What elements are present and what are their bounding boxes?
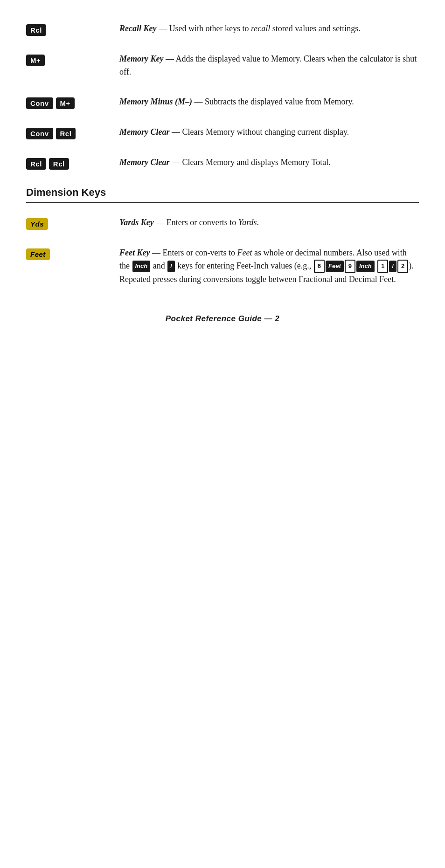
key-col-yards: Yds (26, 216, 119, 230)
mminus-separator: — (195, 97, 205, 106)
desc-yards: Yards Key — Enters or converts to Yards. (119, 216, 419, 229)
desc-mminus: Memory Minus (M–) — Subtracts the displa… (119, 96, 419, 109)
key-col-mminuts: Conv M+ (26, 96, 119, 109)
desc-memory: Memory Key — Adds the displayed value to… (119, 53, 419, 79)
footer-text: Pocket Reference Guide — 2 (166, 314, 279, 323)
recall-separator: — (159, 24, 169, 33)
memory-clear-rcl-row: Rcl Rcl Memory Clear — Clears Memory and… (26, 156, 419, 170)
feet-desc-4: keys for entering Feet-Inch values (e.g.… (175, 261, 313, 270)
yards-desc-part2: . (257, 218, 259, 227)
mplus-badge: M+ (26, 55, 45, 66)
recall-desc-part1: Used with other keys to (169, 24, 250, 33)
mminus-title: Memory Minus (M–) (119, 97, 192, 106)
mclear-conv-desc: Clears Memory without changing current d… (182, 127, 349, 137)
rcl-badge-3: Rcl (26, 158, 46, 170)
yds-badge: Yds (26, 218, 48, 230)
conv-badge-2: Conv (26, 128, 53, 139)
rcl-badge: Rcl (26, 24, 46, 36)
desc-mclear-conv: Memory Clear — Clears Memory without cha… (119, 126, 419, 139)
rcl-badge-2: Rcl (56, 128, 76, 139)
recall-key-row: Rcl Recall Key — Used with other keys to… (26, 22, 419, 36)
recall-italic: recall (251, 24, 270, 33)
feet-inline-badge: Feet (326, 261, 344, 272)
conv-badge-1: Conv (26, 97, 53, 109)
memory-minus-row: Conv M+ Memory Minus (M–) — Subtracts th… (26, 96, 419, 109)
inch-inline-badge: Inch (132, 261, 151, 272)
key-2: 2 (397, 260, 408, 273)
key-col-mclear-conv: Conv Rcl (26, 126, 119, 139)
mclear-rcl-desc: Clears Memory and displays Memory Total. (182, 158, 331, 167)
feet-italic: Feet (237, 248, 252, 257)
slash-inline-badge: / (167, 261, 175, 272)
mclear-rcl-separator: — (172, 158, 182, 167)
mclear-conv-title: Memory Clear (119, 127, 170, 137)
memory-key-title: Memory Key (119, 54, 163, 63)
rcl-badge-4: Rcl (49, 158, 69, 170)
desc-recall: Recall Key — Used with other keys to rec… (119, 22, 419, 35)
feet-desc-1: Enters or con-verts to (162, 248, 237, 257)
memory-clear-conv-row: Conv Rcl Memory Clear — Clears Memory wi… (26, 126, 419, 139)
feet-key-title: Feet Key (119, 248, 150, 257)
mminus-desc: Subtracts the displayed value from Memor… (205, 97, 354, 106)
key-9: 9 (345, 260, 355, 273)
slash-inline-badge-2: / (389, 261, 396, 272)
feet-separator: — (152, 248, 163, 257)
yards-key-title: Yards Key (119, 218, 154, 227)
feet-desc-3: and (151, 261, 167, 270)
page-content: Rcl Recall Key — Used with other keys to… (26, 22, 419, 324)
desc-feet: Feet Key — Enters or con-verts to Feet a… (119, 247, 419, 286)
dimension-title: Dimension Keys (26, 186, 419, 203)
key-6: 6 (314, 260, 325, 273)
dimension-section: Dimension Keys (26, 186, 419, 203)
key-col-memory: M+ (26, 53, 119, 66)
recall-key-title: Recall Key (119, 24, 156, 33)
desc-mclear-rcl: Memory Clear — Clears Memory and display… (119, 156, 419, 169)
yards-desc-part1: Enters or converts to (167, 218, 238, 227)
memory-key-row: M+ Memory Key — Adds the displayed value… (26, 53, 419, 79)
yards-separator: — (156, 218, 167, 227)
mplus-badge-2: M+ (56, 97, 75, 109)
feet-desc-5 (375, 261, 377, 270)
inch-inline-badge-2: Inch (356, 261, 375, 272)
memory-separator: — (166, 54, 176, 63)
key-col-feet: Feet (26, 247, 119, 260)
mclear-rcl-title: Memory Clear (119, 158, 170, 167)
yards-italic: Yards (238, 218, 257, 227)
recall-desc-part2: stored values and settings. (270, 24, 360, 33)
yards-key-row: Yds Yards Key — Enters or converts to Ya… (26, 216, 419, 230)
feet-key-row: Feet Feet Key — Enters or con-verts to F… (26, 247, 419, 286)
page-footer: Pocket Reference Guide — 2 (26, 314, 419, 324)
key-col-mclear-rcl: Rcl Rcl (26, 156, 119, 170)
feet-badge: Feet (26, 248, 50, 260)
memory-desc: Adds the displayed value to Memory. Clea… (119, 54, 417, 76)
key-col-recall: Rcl (26, 22, 119, 36)
mclear-conv-separator: — (172, 127, 182, 137)
key-1: 1 (377, 260, 388, 273)
